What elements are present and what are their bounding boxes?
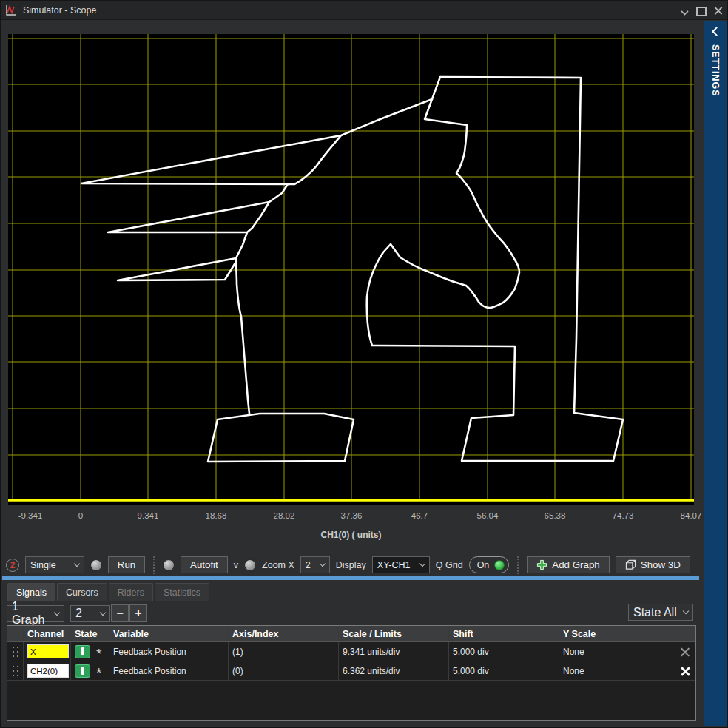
signal-count-select[interactable]: 2 [70, 605, 110, 622]
x-tick-label: 56.04 [465, 511, 510, 520]
axis-index-cell[interactable]: (1) [229, 642, 339, 661]
chevron-down-icon [320, 561, 326, 567]
x-tick-label: 28.02 [262, 511, 306, 520]
zoom-factor-select[interactable]: 2 [300, 556, 330, 573]
tab-statistics: Statistics [155, 583, 209, 601]
q-grid-toggle[interactable]: On [469, 556, 510, 573]
signals-table-header: Channel State Variable Axis/Index Scale … [7, 626, 695, 642]
axis-index-cell[interactable]: (0) [229, 661, 339, 680]
tab-cursors[interactable]: Cursors [57, 583, 107, 601]
table-row: X * Feedback Position (1) 9.341 units/di… [7, 642, 695, 661]
panel-tabs: Signals Cursors Riders Statistics [2, 580, 699, 601]
row-drag-handle-icon[interactable] [11, 645, 20, 658]
q-grid-label: Q Grid [436, 560, 463, 570]
autofit-options-arrow[interactable]: v [234, 560, 238, 570]
chevron-down-icon [100, 609, 106, 615]
display-label: Display [336, 560, 366, 570]
col-state: State [71, 626, 109, 641]
signal-state-button[interactable] [75, 645, 90, 658]
scope-window: Simulator - Scope SETTINGS -9.34109.3411… [0, 0, 728, 728]
chevron-down-icon [74, 561, 80, 567]
scope-plot[interactable] [8, 34, 694, 505]
zoom-x-label: Zoom X [262, 560, 294, 570]
x-tick-label: -9.341 [8, 511, 53, 520]
shift-cell[interactable]: 5.000 div [449, 642, 559, 661]
acquisition-mode-select[interactable]: Single [25, 556, 84, 573]
graph-number-badge: 2 [6, 559, 19, 572]
x-axis-tick-labels: -9.34109.34118.6828.0237.3646.756.0465.3… [8, 511, 694, 522]
state-all-select[interactable]: State All [628, 604, 693, 621]
state-bar-icon [81, 647, 84, 655]
chevron-down-icon [419, 561, 425, 567]
tab-riders: Riders [109, 583, 153, 601]
autofit-status-led-icon [163, 559, 175, 571]
col-shift: Shift [449, 626, 559, 641]
autofit-button[interactable]: Autofit [181, 556, 228, 573]
scope-toolbar: 2 Single Run Autofit v Zoom X 2 Display … [2, 553, 699, 576]
signal-state-button[interactable] [75, 664, 90, 678]
variable-cell[interactable]: Feedback Position [109, 661, 229, 680]
display-mode-select[interactable]: XY-CH1 [372, 556, 430, 573]
knight-trace-mane-leg [81, 99, 432, 414]
col-y-scale: Y Scale [559, 626, 670, 641]
show-3d-button[interactable]: Show 3D [616, 556, 690, 573]
x-tick-label: 37.36 [329, 511, 374, 520]
y-scale-cell[interactable]: None [559, 661, 670, 680]
col-channel: Channel [24, 626, 71, 641]
app-waveform-icon [5, 4, 18, 16]
signals-panel: Signals Cursors Riders Statistics 1 Grap… [2, 580, 699, 721]
row-drag-handle-icon[interactable] [11, 664, 20, 678]
settings-panel-tab[interactable]: SETTINGS [704, 21, 727, 726]
window-close-icon[interactable] [714, 6, 723, 15]
col-scale-limits: Scale / Limits [339, 626, 449, 641]
settings-tab-label: SETTINGS [710, 44, 721, 97]
x-tick-label: 18.68 [194, 511, 238, 520]
signals-table: Channel State Variable Axis/Index Scale … [7, 625, 696, 721]
y-scale-cell[interactable]: None [559, 642, 670, 661]
chevron-down-icon [683, 608, 689, 614]
q-grid-on-led-icon [494, 560, 505, 570]
channel-field[interactable]: X [27, 644, 69, 658]
window-collapse-icon[interactable] [681, 7, 687, 14]
zoom-status-led-icon [244, 559, 256, 571]
run-status-led-icon [90, 559, 102, 571]
chevron-down-icon [54, 609, 60, 615]
toolbar-separator [153, 556, 155, 574]
knight-trace-left-foot [208, 414, 354, 462]
scale-limits-cell[interactable]: 6.362 units/div [339, 661, 449, 680]
knight-trace-head [367, 77, 623, 461]
settings-expand-chevron-icon[interactable] [712, 28, 719, 36]
table-row: CH2(0) * Feedback Position (0) 6.362 uni… [7, 661, 695, 681]
state-bar-icon [81, 667, 84, 675]
scale-limits-cell[interactable]: 9.341 units/div [339, 642, 449, 661]
delete-row-icon[interactable] [680, 666, 690, 676]
x-tick-label: 0 [58, 511, 103, 520]
window-title: Simulator - Scope [23, 5, 96, 16]
x-tick-label: 65.38 [533, 511, 577, 520]
col-axis-index: Axis/Index [229, 626, 339, 641]
x-tick-label: 9.341 [126, 511, 170, 520]
x-axis-title: CH1(0) ( units) [8, 530, 694, 540]
shift-cell[interactable]: 5.000 div [449, 661, 559, 680]
graph-count-select[interactable]: 1 Graph [7, 605, 64, 622]
x-tick-label: 84.07 [669, 511, 713, 520]
cube-icon [625, 559, 636, 570]
run-button[interactable]: Run [108, 556, 145, 573]
remove-signal-button[interactable]: − [111, 604, 129, 622]
graph-controls-row: 1 Graph 2 − + State All [2, 604, 699, 623]
add-signal-button[interactable]: + [129, 604, 147, 622]
add-graph-button[interactable]: Add Graph [527, 556, 609, 573]
window-maximize-icon[interactable] [696, 6, 705, 15]
tab-signals[interactable]: Signals [7, 583, 55, 601]
x-tick-label: 74.73 [601, 511, 645, 520]
plus-icon [536, 559, 547, 570]
variable-cell[interactable]: Feedback Position [109, 642, 229, 661]
title-bar: Simulator - Scope [1, 1, 727, 20]
x-tick-label: 46.7 [397, 511, 442, 520]
col-variable: Variable [109, 626, 229, 641]
asterisk-icon[interactable]: * [96, 650, 101, 658]
channel-field[interactable]: CH2(0) [27, 664, 69, 678]
delete-row-icon[interactable] [680, 647, 690, 657]
asterisk-icon[interactable]: * [96, 670, 101, 677]
toolbar-separator [517, 556, 519, 574]
